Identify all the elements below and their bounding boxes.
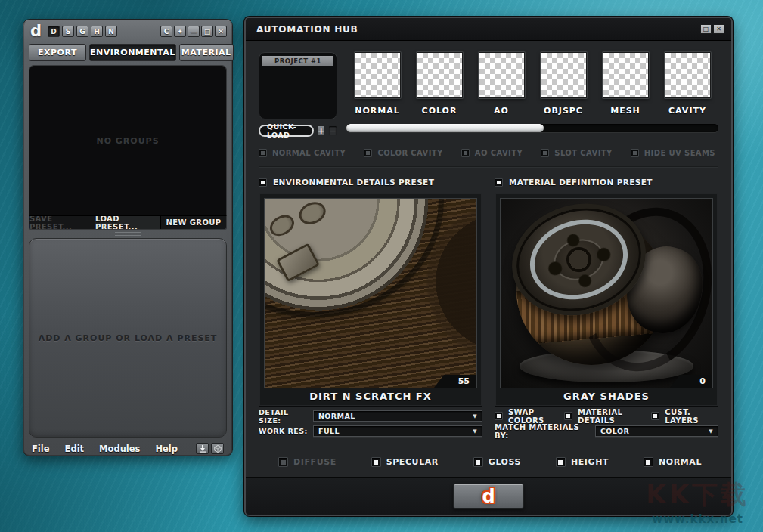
checkbox-label: SWAP COLORS — [508, 408, 564, 425]
material-preset-thumbnail[interactable]: 0 — [500, 198, 713, 388]
cube-icon[interactable] — [211, 443, 224, 454]
module-button-n[interactable]: N — [105, 26, 117, 37]
checkbox-icon — [495, 412, 503, 420]
module-button-s[interactable]: S — [62, 26, 74, 37]
checkbox-diffuse[interactable]: DIFFUSE — [278, 457, 337, 467]
env-preset-name: DIRT N SCRATCH FX — [264, 388, 477, 404]
checkbox-gloss[interactable]: GLOSS — [473, 457, 521, 467]
hub-titlebar[interactable]: AUTOMATION HUB □ ✕ — [246, 18, 731, 41]
download-icon[interactable] — [196, 443, 209, 454]
checkbox-slot-cavity[interactable]: SLOT CAVITY — [541, 149, 612, 157]
preset-button-row: SAVE PRESET... LOAD PRESET... NEW GROUP — [29, 215, 227, 230]
checkbox-label: SPECULAR — [386, 457, 439, 467]
pin-icon[interactable]: ✦ — [174, 26, 186, 37]
map-toggles-row: DIFFUSE SPECULAR GLOSS HEIGHT NORMAL — [259, 457, 718, 467]
project-thumbnail[interactable]: PROJECT #1 — [259, 52, 337, 119]
checkbox-normal[interactable]: NORMAL — [644, 457, 702, 467]
checkbox-swap-colors[interactable]: SWAP COLORS — [495, 408, 564, 425]
automation-hub-window: AUTOMATION HUB □ ✕ PROJECT #1 QUICK-LOAD… — [244, 17, 733, 516]
checkbox-normal-cavity[interactable]: NORMAL CAVITY — [259, 149, 346, 157]
checkbox-icon — [556, 457, 566, 467]
preset-drop-panel[interactable]: ADD A GROUP OR LOAD A PRESET — [29, 238, 227, 438]
ddo-logo-icon: d — [482, 487, 495, 506]
quick-load-button[interactable]: QUICK-LOAD — [259, 125, 314, 137]
add-project-button[interactable]: + — [317, 125, 326, 136]
close-icon[interactable]: ✕ — [215, 26, 227, 37]
detail-size-dropdown[interactable]: NORMAL ▼ — [313, 410, 482, 422]
maximize-icon[interactable]: □ — [201, 26, 213, 37]
checkbox-height[interactable]: HEIGHT — [556, 457, 609, 467]
texture-slot-ao: AO — [470, 52, 532, 116]
minimize-icon[interactable]: — — [188, 26, 200, 37]
environmental-preset-body: 55 DIRT N SCRATCH FX — [259, 193, 482, 407]
env-preset-art — [265, 199, 476, 388]
tab-export[interactable]: EXPORT — [29, 44, 86, 61]
checkbox-icon — [259, 178, 267, 187]
texture-slot-thumb[interactable] — [603, 52, 649, 98]
panel-resize-grip[interactable] — [115, 232, 141, 237]
tab-environmental[interactable]: ENVIRONMENTAL — [89, 44, 176, 61]
new-group-button[interactable]: NEW GROUP — [161, 216, 226, 229]
module-button-h[interactable]: H — [91, 26, 103, 37]
texture-slot-thumb[interactable] — [417, 52, 463, 98]
checkbox-material-details[interactable]: MATERIAL DETAILS — [564, 408, 651, 425]
match-materials-dropdown[interactable]: COLOR ▼ — [595, 425, 718, 437]
section-header-label: MATERIAL DEFINITION PRESET — [509, 178, 653, 187]
refresh-icon[interactable]: C — [160, 26, 172, 37]
load-preset-button[interactable]: LOAD PRESET... — [95, 216, 161, 229]
checkbox-hide-uv-seams[interactable]: HIDE UV SEAMS — [631, 149, 715, 157]
ddo-window: d D S G H N C ✦ — □ ✕ EXPORT ENVIRONMENT… — [23, 19, 233, 456]
dropdown-value: NORMAL — [318, 412, 355, 420]
remove-project-button[interactable]: − — [328, 125, 337, 136]
environmental-preset-section: ENVIRONMENTAL DETAILS PRESET 55 DIRT N S… — [259, 177, 482, 437]
ddo-logo-button[interactable]: d — [453, 484, 524, 509]
save-preset-button[interactable]: SAVE PRESET... — [29, 216, 95, 229]
hub-title: AUTOMATION HUB — [256, 24, 358, 35]
maximize-icon[interactable]: □ — [700, 24, 712, 34]
checkbox-label: MATERIAL DETAILS — [578, 408, 651, 425]
menu-help[interactable]: Help — [155, 444, 178, 454]
texture-scrollbar[interactable] — [346, 124, 718, 132]
texture-slot-thumb[interactable] — [355, 52, 401, 98]
texture-slot-color: COLOR — [408, 52, 470, 116]
environmental-preset-header[interactable]: ENVIRONMENTAL DETAILS PRESET — [259, 177, 482, 187]
texture-scrollbar-thumb[interactable] — [346, 124, 544, 132]
checkbox-ao-cavity[interactable]: AO CAVITY — [461, 149, 523, 157]
close-icon[interactable]: ✕ — [713, 24, 724, 34]
environmental-preset-thumbnail[interactable]: 55 — [264, 198, 477, 388]
texture-slot-mesh: MESH — [594, 52, 656, 116]
chevron-down-icon: ▼ — [709, 428, 713, 435]
checkbox-cust-layers[interactable]: CUST. LAYERS — [651, 408, 718, 425]
groups-panel: NO GROUPS — [29, 65, 227, 215]
checkbox-specular[interactable]: SPECULAR — [371, 457, 439, 467]
checkbox-icon — [259, 149, 267, 157]
texture-slot-thumb[interactable] — [665, 52, 711, 98]
texture-slot-cavity: CAVITY — [656, 52, 718, 116]
checkbox-color-cavity[interactable]: COLOR CAVITY — [364, 149, 442, 157]
texture-slot-thumb[interactable] — [541, 52, 587, 98]
material-preset-header[interactable]: MATERIAL DEFINITION PRESET — [495, 177, 718, 187]
module-button-g[interactable]: G — [76, 26, 88, 37]
ddo-logo-icon: d — [30, 24, 42, 38]
checkbox-icon — [564, 412, 572, 420]
checkbox-label: SLOT CAVITY — [554, 149, 612, 157]
menu-edit[interactable]: Edit — [65, 444, 85, 454]
tab-material[interactable]: MATERIAL — [179, 44, 234, 61]
ddo-menubar: File Edit Modules Help — [29, 443, 227, 454]
section-header-label: ENVIRONMENTAL DETAILS PRESET — [273, 178, 434, 187]
checkbox-icon — [364, 149, 372, 157]
menu-file[interactable]: File — [32, 444, 50, 454]
texture-slot-thumb[interactable] — [479, 52, 525, 98]
texture-slot-objspc: OBJSPC — [532, 52, 594, 116]
checkbox-label: GLOSS — [489, 457, 521, 467]
menu-modules[interactable]: Modules — [99, 444, 140, 454]
checkbox-icon — [371, 457, 381, 467]
chevron-down-icon: ▼ — [473, 413, 477, 419]
texture-slot-label: AO — [494, 106, 509, 116]
ddo-titlebar[interactable]: d D S G H N C ✦ — □ ✕ — [29, 23, 227, 39]
texture-slot-label: COLOR — [422, 106, 457, 116]
checkbox-icon — [651, 412, 659, 420]
work-res-dropdown[interactable]: FULL ▼ — [313, 425, 482, 437]
match-materials-label: MATCH MATERIALS BY: — [495, 423, 589, 440]
module-button-d[interactable]: D — [48, 26, 60, 37]
